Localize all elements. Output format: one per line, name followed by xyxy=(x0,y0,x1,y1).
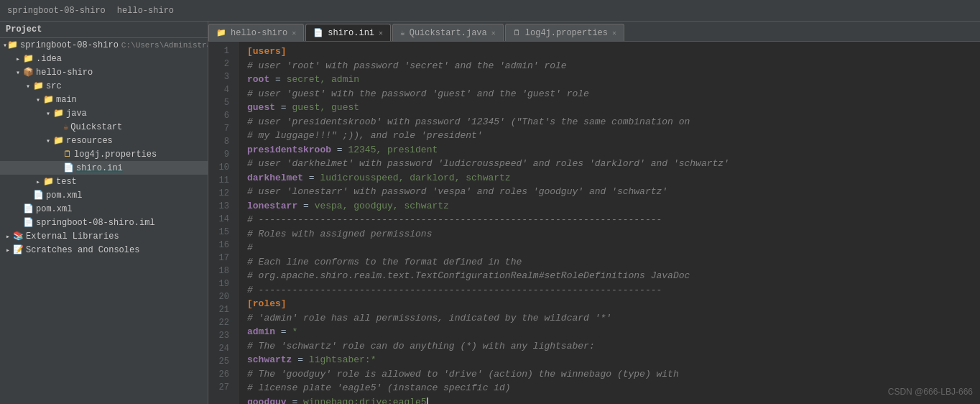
folder-icon: 📁 xyxy=(216,28,226,37)
xml-icon: 📄 xyxy=(33,190,44,201)
code-line: [users] xyxy=(247,45,980,59)
comment-token: # org.apache.shiro.realm.text.TextConfig… xyxy=(247,270,690,281)
iml-icon: 📄 xyxy=(23,217,34,228)
properties-icon: 🗒 xyxy=(513,28,521,37)
key-token: root xyxy=(247,74,269,85)
value-token: secret, admin xyxy=(287,74,359,85)
properties-icon: 🗒 xyxy=(63,149,72,160)
sidebar-item-label: springboot-08-shiro.iml xyxy=(36,218,155,228)
line-number: 23 xyxy=(208,329,234,342)
comment-token: # The 'goodguy' role is allowed to 'driv… xyxy=(247,369,679,380)
sidebar-item-label: hello-shiro xyxy=(36,68,93,78)
code-line: root = secret, admin xyxy=(247,73,980,87)
comment-token: # --------------------------------------… xyxy=(247,285,662,295)
arrow-icon: ▾ xyxy=(33,96,43,104)
arrow-icon: ▾ xyxy=(43,137,53,145)
close-icon[interactable]: ✕ xyxy=(612,29,616,37)
arrow-icon: ▾ xyxy=(43,109,53,118)
value-token: winnebago:drive:eagle5 xyxy=(303,397,427,405)
comment-token: # xyxy=(247,242,253,253)
sidebar-item-iml[interactable]: 📄 springboot-08-shiro.iml xyxy=(0,216,208,229)
value-token: 12345, president xyxy=(348,144,438,155)
line-number: 21 xyxy=(208,303,234,316)
line-number: 26 xyxy=(208,368,234,381)
code-line: # 'admin' role has all permissions, indi… xyxy=(247,311,980,326)
line-number: 10 xyxy=(208,161,234,174)
code-line: # Roles with assigned permissions xyxy=(247,227,980,242)
hello-shiro-tab[interactable]: hello-shiro xyxy=(113,6,178,16)
plain-token: = xyxy=(275,102,292,113)
library-icon: 📚 xyxy=(13,231,24,242)
plain-token: = xyxy=(292,354,308,365)
arrow-icon: ▾ xyxy=(13,68,23,77)
sidebar-header: Project xyxy=(0,22,208,38)
comment-token: # my luggage!!!" ;)), and role 'presiden… xyxy=(247,130,483,141)
tab-shiro-ini[interactable]: 📄 shiro.ini ✕ xyxy=(305,24,391,41)
arrow-icon: ▸ xyxy=(3,246,13,254)
tab-quickstart[interactable]: ☕ Quickstart.java ✕ xyxy=(392,24,504,41)
comment-token: # Each line conforms to the format defin… xyxy=(247,257,522,267)
sidebar-item-idea[interactable]: ▸ 📁 .idea xyxy=(0,52,208,65)
close-icon[interactable]: ✕ xyxy=(379,29,383,37)
ini-icon: 📄 xyxy=(63,162,74,173)
value-token: lightsaber:* xyxy=(309,354,376,365)
sidebar-item-src[interactable]: ▾ 📁 src xyxy=(0,79,208,93)
value-token: guest, guest xyxy=(292,102,359,113)
value-token: vespa, goodguy, schwartz xyxy=(315,201,449,211)
sidebar-item-label: .idea xyxy=(36,54,62,64)
sidebar: Project ▾ 📁 springboot-08-shiro C:\Users… xyxy=(0,22,208,404)
line-number: 13 xyxy=(208,200,234,213)
sidebar-item-java[interactable]: ▾ 📁 java xyxy=(0,106,208,120)
sidebar-item-quickstart[interactable]: ☕ Quickstart xyxy=(0,120,208,134)
project-tab[interactable]: springboot-08-shiro xyxy=(3,6,110,16)
sidebar-item-resources[interactable]: ▾ 📁 resources xyxy=(0,134,208,147)
value-token: * xyxy=(292,326,297,337)
comment-token: # user 'lonestarr' with password 'vespa'… xyxy=(247,186,667,197)
line-number: 27 xyxy=(208,381,234,394)
sidebar-item-label: src xyxy=(46,81,62,91)
tab-label: log4j.properties xyxy=(525,28,608,38)
sidebar-item-hello-shiro[interactable]: ▾ 📦 hello-shiro xyxy=(0,65,208,79)
close-icon[interactable]: ✕ xyxy=(292,29,296,37)
line-number: 22 xyxy=(208,316,234,329)
folder-icon: 📁 xyxy=(33,81,44,91)
tab-label: Quickstart.java xyxy=(410,28,487,38)
sidebar-item-pom1[interactable]: 📄 pom.xml xyxy=(0,188,208,202)
folder-icon: 📁 xyxy=(53,135,64,146)
comment-token: # 'admin' role has all permissions, indi… xyxy=(247,313,611,323)
sidebar-item-test[interactable]: ▸ 📁 test xyxy=(0,175,208,188)
code-line: schwartz = lightsaber:* xyxy=(247,353,980,367)
sidebar-item-scratches[interactable]: ▸ 📝 Scratches and Consoles xyxy=(0,243,208,257)
sidebar-item-label: pom.xml xyxy=(46,190,82,201)
plain-token: = xyxy=(331,144,348,155)
arrow-icon: ▸ xyxy=(13,55,23,63)
arrow-icon: ▸ xyxy=(3,232,13,241)
line-number: 2 xyxy=(208,58,234,70)
tab-label: shiro.ini xyxy=(328,28,374,38)
code-editor[interactable]: 1234567891011121314151617181920212223242… xyxy=(208,42,980,404)
code-line: # license plate 'eagle5' (instance speci… xyxy=(247,381,980,395)
sidebar-item-ext-libs[interactable]: ▸ 📚 External Libraries xyxy=(0,229,208,243)
watermark: CSDN @666-LBJ-666 xyxy=(888,387,973,397)
tab-log4j[interactable]: 🗒 log4j.properties ✕ xyxy=(505,24,624,41)
sidebar-item-label: External Libraries xyxy=(26,231,119,242)
code-line: darkhelmet = ludicrousspeed, darklord, s… xyxy=(247,171,980,185)
sidebar-item-project[interactable]: ▾ 📁 springboot-08-shiro C:\Users\Adminis… xyxy=(0,38,208,52)
code-content[interactable]: [users]# user 'root' with password 'secr… xyxy=(239,42,980,404)
code-line: guest = guest, guest xyxy=(247,101,980,115)
sidebar-item-shiro-ini[interactable]: 📄 shiro.ini xyxy=(0,161,208,175)
key-token: presidentskroob xyxy=(247,144,331,155)
plain-token: = xyxy=(275,326,292,337)
code-line: goodguy = winnebago:drive:eagle5 xyxy=(247,395,980,405)
tab-hello-shiro[interactable]: 📁 hello-shiro ✕ xyxy=(208,24,304,41)
comment-token: # The 'schwartz' role can do anything (*… xyxy=(247,341,595,352)
sidebar-tree: ▾ 📁 springboot-08-shiro C:\Users\Adminis… xyxy=(0,38,208,257)
line-number: 12 xyxy=(208,187,234,200)
close-icon[interactable]: ✕ xyxy=(491,29,496,37)
main-layout: Project ▾ 📁 springboot-08-shiro C:\Users… xyxy=(0,22,980,404)
sidebar-item-pom2[interactable]: 📄 pom.xml xyxy=(0,202,208,216)
code-line: # --------------------------------------… xyxy=(247,213,980,227)
sidebar-item-main[interactable]: ▾ 📁 main xyxy=(0,93,208,106)
folder-icon: 📁 xyxy=(23,53,34,64)
sidebar-item-log4j[interactable]: 🗒 log4j.properties xyxy=(0,147,208,161)
